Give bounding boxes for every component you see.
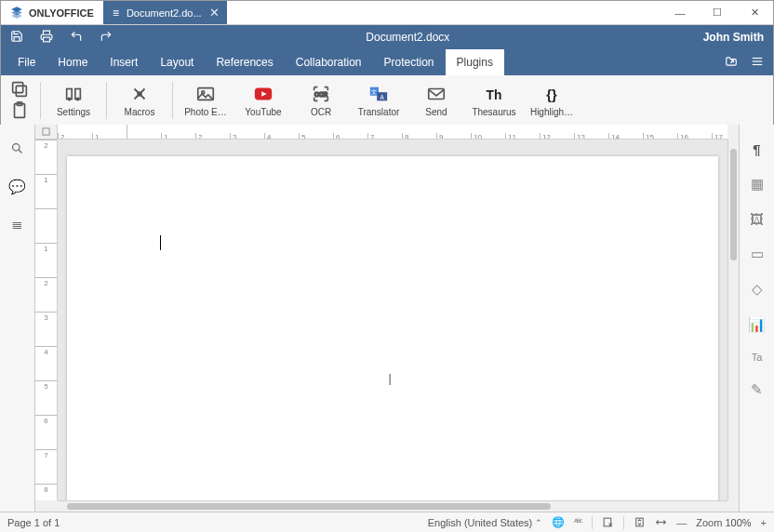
svg-marker-2 xyxy=(11,13,22,19)
fit-width-icon[interactable] xyxy=(655,516,667,528)
menubar: File Home Insert Layout References Colla… xyxy=(1,49,773,75)
save-button[interactable] xyxy=(10,30,23,46)
menubar-right xyxy=(725,49,773,75)
ruler-corner xyxy=(35,125,58,140)
youtube-label: YouTube xyxy=(245,107,281,117)
send-icon xyxy=(426,84,447,104)
translator-icon: 文A xyxy=(368,84,389,104)
svg-text:Th: Th xyxy=(487,87,502,101)
statusbar: Page 1 of 1 English (United States) ⌃ 🌐 … xyxy=(0,512,774,532)
document-page[interactable]: I xyxy=(67,156,718,500)
vertical-ruler[interactable]: 2112345678910 xyxy=(35,140,58,500)
maximize-icon: ☐ xyxy=(713,7,722,19)
open-location-icon[interactable] xyxy=(725,55,738,71)
chart-settings-icon[interactable]: 📊 xyxy=(748,316,766,333)
close-icon: ✕ xyxy=(751,7,759,19)
header-footer-icon[interactable]: ▭ xyxy=(751,246,764,262)
svg-rect-26 xyxy=(429,88,445,99)
status-sep xyxy=(623,516,624,529)
copy-button[interactable] xyxy=(5,78,34,123)
textart-settings-icon[interactable]: Ta xyxy=(752,352,763,363)
headings-icon[interactable]: ≣ xyxy=(11,216,23,233)
menu-collaboration[interactable]: Collaboration xyxy=(285,49,373,75)
highlight-button[interactable]: {} Highligh… xyxy=(525,78,579,123)
status-sep xyxy=(592,516,593,529)
menu-file[interactable]: File xyxy=(7,49,47,75)
ocr-button[interactable]: OCR OCR xyxy=(294,78,348,123)
send-label: Send xyxy=(425,107,447,117)
translator-button[interactable]: 文A Translator xyxy=(352,78,406,123)
menu-references[interactable]: References xyxy=(205,49,284,75)
right-panel: ¶ ▦ 🖼 ▭ ◇ 📊 Ta ✎ xyxy=(739,125,774,512)
language-selector[interactable]: English (United States) ⌃ xyxy=(428,517,543,528)
macros-button[interactable]: Macros xyxy=(113,78,167,123)
document-tab-icon: ≡ xyxy=(113,7,119,20)
plugins-ribbon: Settings Macros Photo E… YouTube OCR OCR… xyxy=(1,75,773,126)
fit-page-icon[interactable] xyxy=(634,516,646,528)
macros-icon xyxy=(129,84,150,104)
photo-editor-label: Photo E… xyxy=(184,107,227,117)
svg-text:A: A xyxy=(380,93,385,100)
window-maximize-button[interactable]: ☐ xyxy=(699,1,736,24)
workspace: 💬 ≣ 21123456789101112131415161718 211234… xyxy=(0,125,774,512)
menu-plugins[interactable]: Plugins xyxy=(446,49,504,75)
menu-insert[interactable]: Insert xyxy=(99,49,149,75)
menu-protection[interactable]: Protection xyxy=(373,49,446,75)
zoom-out-button[interactable]: — xyxy=(676,517,687,528)
shape-settings-icon[interactable]: ◇ xyxy=(752,281,763,298)
titlebar-spacer xyxy=(227,1,661,24)
tab-close-icon[interactable]: ✕ xyxy=(209,6,220,20)
print-button[interactable] xyxy=(40,30,53,46)
more-icon[interactable] xyxy=(751,55,764,71)
minimize-icon: — xyxy=(675,7,686,19)
comments-icon[interactable]: 💬 xyxy=(8,179,26,195)
zoom-in-button[interactable]: + xyxy=(761,517,767,528)
vertical-scrollbar[interactable] xyxy=(727,140,739,500)
svg-text:{}: {} xyxy=(546,86,557,101)
horizontal-scroll-thumb[interactable] xyxy=(67,503,551,510)
signature-settings-icon[interactable]: ✎ xyxy=(751,381,763,398)
youtube-button[interactable]: YouTube xyxy=(236,78,290,123)
track-changes-icon[interactable] xyxy=(602,516,614,528)
table-settings-icon[interactable]: ▦ xyxy=(751,176,764,193)
topbar: Document2.docx John Smith xyxy=(1,25,773,49)
page-indicator[interactable]: Page 1 of 1 xyxy=(7,517,60,528)
photo-editor-button[interactable]: Photo E… xyxy=(179,78,233,123)
spellcheck-icon[interactable]: ᴬᴮᶜ xyxy=(574,517,582,527)
canvas-area[interactable]: I xyxy=(58,140,727,500)
brand: ONLYOFFICE xyxy=(1,1,103,24)
highlight-label: Highligh… xyxy=(530,107,573,117)
document-tab[interactable]: ≡ Document2.do... ✕ xyxy=(103,1,227,24)
window-minimize-button[interactable]: — xyxy=(661,1,699,24)
menu-home[interactable]: Home xyxy=(47,49,99,75)
image-settings-icon[interactable]: 🖼 xyxy=(750,211,764,227)
horizontal-ruler[interactable]: 21123456789101112131415161718 xyxy=(58,125,727,140)
user-name[interactable]: John Smith xyxy=(703,31,764,44)
set-language-icon[interactable]: 🌐 xyxy=(552,516,565,528)
horizontal-scrollbar[interactable] xyxy=(58,500,727,512)
titlebar: ONLYOFFICE ≡ Document2.do... ✕ — ☐ ✕ xyxy=(1,1,773,25)
youtube-icon xyxy=(253,84,274,104)
paragraph-settings-icon[interactable]: ¶ xyxy=(753,141,760,157)
document-area: 21123456789101112131415161718 2112345678… xyxy=(35,125,739,512)
ocr-icon: OCR xyxy=(311,84,331,104)
thesaurus-icon: Th xyxy=(484,84,504,104)
zoom-level[interactable]: Zoom 100% xyxy=(696,517,751,528)
send-button[interactable]: Send xyxy=(409,78,463,123)
thesaurus-button[interactable]: Th Thesaurus xyxy=(467,78,521,123)
mouse-ibeam-icon: I xyxy=(388,372,392,389)
menu-layout[interactable]: Layout xyxy=(149,49,205,75)
window-close-button[interactable]: ✕ xyxy=(736,1,773,24)
thesaurus-label: Thesaurus xyxy=(472,107,515,117)
vertical-scroll-thumb[interactable] xyxy=(730,149,737,260)
onlyoffice-icon xyxy=(10,6,23,20)
svg-line-30 xyxy=(19,150,21,153)
svg-text:OCR: OCR xyxy=(314,90,328,97)
redo-button[interactable] xyxy=(100,30,113,46)
macros-label: Macros xyxy=(125,107,155,117)
quick-access-toolbar xyxy=(10,30,113,46)
undo-button[interactable] xyxy=(70,30,83,46)
search-icon[interactable] xyxy=(10,141,24,158)
settings-button[interactable]: Settings xyxy=(47,78,100,123)
svg-point-16 xyxy=(138,92,141,96)
